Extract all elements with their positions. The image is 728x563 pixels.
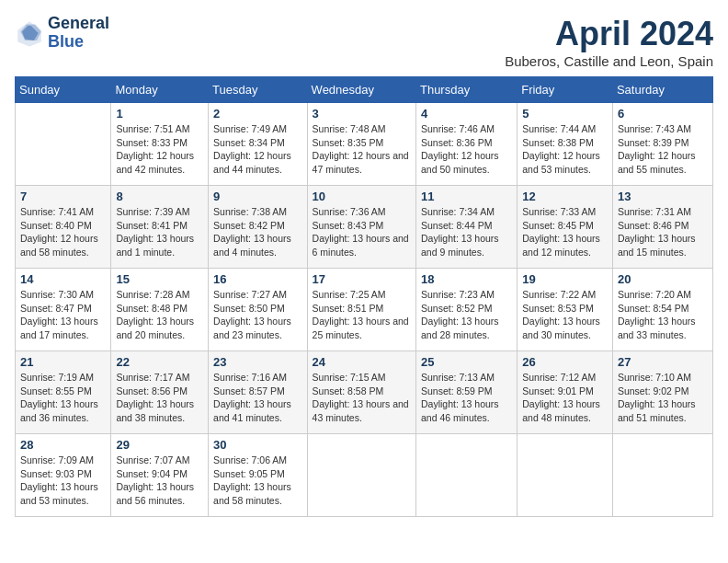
day-info: Sunrise: 7:09 AM Sunset: 9:03 PM Dayligh… xyxy=(20,454,106,508)
header-saturday: Saturday xyxy=(612,77,712,103)
day-number: 14 xyxy=(20,272,106,286)
calendar-week-row: 1 Sunrise: 7:51 AM Sunset: 8:33 PM Dayli… xyxy=(16,103,713,186)
table-row xyxy=(518,434,613,517)
table-row: 20 Sunrise: 7:20 AM Sunset: 8:54 PM Dayl… xyxy=(612,269,712,351)
day-info: Sunrise: 7:25 AM Sunset: 8:51 PM Dayligh… xyxy=(313,288,411,342)
header-wednesday: Wednesday xyxy=(307,77,415,103)
calendar-week-row: 28 Sunrise: 7:09 AM Sunset: 9:03 PM Dayl… xyxy=(16,434,713,517)
day-number: 30 xyxy=(213,438,301,452)
table-row: 9 Sunrise: 7:38 AM Sunset: 8:42 PM Dayli… xyxy=(209,186,307,269)
day-number: 10 xyxy=(313,190,411,203)
day-info: Sunrise: 7:27 AM Sunset: 8:50 PM Dayligh… xyxy=(213,288,301,342)
calendar-table: Sunday Monday Tuesday Wednesday Thursday… xyxy=(15,76,713,517)
page-header: General Blue April 2024 Buberos, Castill… xyxy=(15,15,713,69)
table-row: 28 Sunrise: 7:09 AM Sunset: 9:03 PM Dayl… xyxy=(16,434,111,517)
table-row: 10 Sunrise: 7:36 AM Sunset: 8:43 PM Dayl… xyxy=(307,186,415,269)
table-row: 22 Sunrise: 7:17 AM Sunset: 8:56 PM Dayl… xyxy=(111,351,209,434)
table-row: 23 Sunrise: 7:16 AM Sunset: 8:57 PM Dayl… xyxy=(209,351,307,434)
logo-text: General Blue xyxy=(48,15,109,52)
table-row: 11 Sunrise: 7:34 AM Sunset: 8:44 PM Dayl… xyxy=(415,186,517,269)
day-info: Sunrise: 7:30 AM Sunset: 8:47 PM Dayligh… xyxy=(20,288,106,342)
day-info: Sunrise: 7:28 AM Sunset: 8:48 PM Dayligh… xyxy=(116,288,203,342)
day-info: Sunrise: 7:06 AM Sunset: 9:05 PM Dayligh… xyxy=(213,454,301,508)
calendar-title: April 2024 xyxy=(505,15,713,53)
day-info: Sunrise: 7:22 AM Sunset: 8:53 PM Dayligh… xyxy=(522,288,608,342)
day-info: Sunrise: 7:51 AM Sunset: 8:33 PM Dayligh… xyxy=(116,122,203,177)
day-info: Sunrise: 7:10 AM Sunset: 9:02 PM Dayligh… xyxy=(618,371,708,425)
calendar-subtitle: Buberos, Castille and Leon, Spain xyxy=(505,53,713,69)
day-info: Sunrise: 7:39 AM Sunset: 8:41 PM Dayligh… xyxy=(116,205,203,259)
table-row: 3 Sunrise: 7:48 AM Sunset: 8:35 PM Dayli… xyxy=(307,103,415,186)
table-row: 21 Sunrise: 7:19 AM Sunset: 8:55 PM Dayl… xyxy=(16,351,111,434)
day-info: Sunrise: 7:15 AM Sunset: 8:58 PM Dayligh… xyxy=(313,371,411,425)
day-info: Sunrise: 7:13 AM Sunset: 8:59 PM Dayligh… xyxy=(421,371,512,425)
day-number: 6 xyxy=(618,107,708,121)
day-info: Sunrise: 7:36 AM Sunset: 8:43 PM Dayligh… xyxy=(313,205,411,259)
day-number: 2 xyxy=(213,107,301,121)
table-row: 13 Sunrise: 7:31 AM Sunset: 8:46 PM Dayl… xyxy=(612,186,712,269)
table-row: 5 Sunrise: 7:44 AM Sunset: 8:38 PM Dayli… xyxy=(518,103,613,186)
header-sunday: Sunday xyxy=(16,77,111,103)
day-info: Sunrise: 7:38 AM Sunset: 8:42 PM Dayligh… xyxy=(213,205,301,259)
day-number: 22 xyxy=(116,355,203,369)
day-number: 24 xyxy=(313,355,411,369)
table-row: 27 Sunrise: 7:10 AM Sunset: 9:02 PM Dayl… xyxy=(612,351,712,434)
day-number: 17 xyxy=(313,272,411,286)
day-number: 18 xyxy=(421,272,512,286)
table-row: 29 Sunrise: 7:07 AM Sunset: 9:04 PM Dayl… xyxy=(111,434,209,517)
logo-icon xyxy=(15,18,44,48)
day-number: 15 xyxy=(116,272,203,286)
day-number: 16 xyxy=(213,272,301,286)
table-row: 16 Sunrise: 7:27 AM Sunset: 8:50 PM Dayl… xyxy=(209,269,307,351)
table-row: 12 Sunrise: 7:33 AM Sunset: 8:45 PM Dayl… xyxy=(518,186,613,269)
day-number: 12 xyxy=(522,190,608,203)
day-number: 4 xyxy=(421,107,512,121)
day-info: Sunrise: 7:43 AM Sunset: 8:39 PM Dayligh… xyxy=(618,122,708,177)
day-number: 28 xyxy=(20,438,106,452)
header-friday: Friday xyxy=(518,77,613,103)
table-row: 19 Sunrise: 7:22 AM Sunset: 8:53 PM Dayl… xyxy=(518,269,613,351)
table-row: 8 Sunrise: 7:39 AM Sunset: 8:41 PM Dayli… xyxy=(111,186,209,269)
table-row: 18 Sunrise: 7:23 AM Sunset: 8:52 PM Dayl… xyxy=(415,269,517,351)
day-info: Sunrise: 7:17 AM Sunset: 8:56 PM Dayligh… xyxy=(116,371,203,425)
table-row xyxy=(415,434,517,517)
table-row: 1 Sunrise: 7:51 AM Sunset: 8:33 PM Dayli… xyxy=(111,103,209,186)
day-info: Sunrise: 7:12 AM Sunset: 9:01 PM Dayligh… xyxy=(522,371,608,425)
table-row: 24 Sunrise: 7:15 AM Sunset: 8:58 PM Dayl… xyxy=(307,351,415,434)
day-number: 7 xyxy=(20,190,106,203)
day-info: Sunrise: 7:46 AM Sunset: 8:36 PM Dayligh… xyxy=(421,122,512,177)
day-number: 11 xyxy=(421,190,512,203)
day-info: Sunrise: 7:31 AM Sunset: 8:46 PM Dayligh… xyxy=(618,205,708,259)
table-row: 14 Sunrise: 7:30 AM Sunset: 8:47 PM Dayl… xyxy=(16,269,111,351)
day-number: 26 xyxy=(522,355,608,369)
table-row: 4 Sunrise: 7:46 AM Sunset: 8:36 PM Dayli… xyxy=(415,103,517,186)
day-info: Sunrise: 7:16 AM Sunset: 8:57 PM Dayligh… xyxy=(213,371,301,425)
weekday-header-row: Sunday Monday Tuesday Wednesday Thursday… xyxy=(16,77,713,103)
header-monday: Monday xyxy=(111,77,209,103)
table-row: 7 Sunrise: 7:41 AM Sunset: 8:40 PM Dayli… xyxy=(16,186,111,269)
table-row: 25 Sunrise: 7:13 AM Sunset: 8:59 PM Dayl… xyxy=(415,351,517,434)
day-number: 21 xyxy=(20,355,106,369)
day-number: 20 xyxy=(618,272,708,286)
header-thursday: Thursday xyxy=(415,77,517,103)
table-row: 30 Sunrise: 7:06 AM Sunset: 9:05 PM Dayl… xyxy=(209,434,307,517)
day-info: Sunrise: 7:20 AM Sunset: 8:54 PM Dayligh… xyxy=(618,288,708,342)
day-number: 8 xyxy=(116,190,203,203)
day-info: Sunrise: 7:44 AM Sunset: 8:38 PM Dayligh… xyxy=(522,122,608,177)
header-tuesday: Tuesday xyxy=(209,77,307,103)
day-number: 29 xyxy=(116,438,203,452)
day-number: 3 xyxy=(313,107,411,121)
logo: General Blue xyxy=(15,15,109,52)
table-row: 6 Sunrise: 7:43 AM Sunset: 8:39 PM Dayli… xyxy=(612,103,712,186)
table-row: 2 Sunrise: 7:49 AM Sunset: 8:34 PM Dayli… xyxy=(209,103,307,186)
day-number: 13 xyxy=(618,190,708,203)
day-info: Sunrise: 7:41 AM Sunset: 8:40 PM Dayligh… xyxy=(20,205,106,259)
day-info: Sunrise: 7:23 AM Sunset: 8:52 PM Dayligh… xyxy=(421,288,512,342)
table-row xyxy=(612,434,712,517)
title-block: April 2024 Buberos, Castille and Leon, S… xyxy=(505,15,713,69)
day-info: Sunrise: 7:48 AM Sunset: 8:35 PM Dayligh… xyxy=(313,122,411,177)
day-number: 19 xyxy=(522,272,608,286)
day-number: 5 xyxy=(522,107,608,121)
table-row xyxy=(16,103,111,186)
day-info: Sunrise: 7:07 AM Sunset: 9:04 PM Dayligh… xyxy=(116,454,203,508)
